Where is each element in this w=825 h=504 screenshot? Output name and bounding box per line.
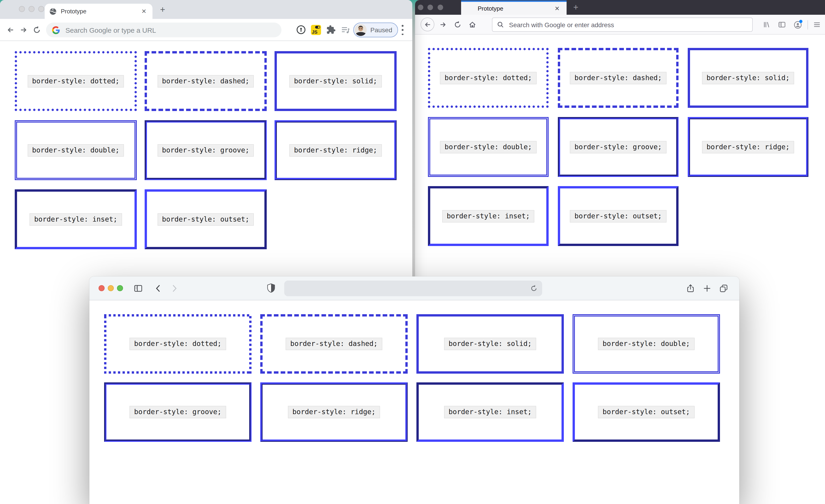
keyhole-extension-icon[interactable] xyxy=(296,25,306,34)
border-style-box-double: border-style: double; xyxy=(428,117,549,177)
forward-icon[interactable] xyxy=(439,21,447,28)
toolbar-separator xyxy=(808,20,808,29)
reload-icon[interactable] xyxy=(454,21,462,28)
border-style-code-label: border-style: ridge; xyxy=(702,141,794,153)
border-style-box-ridge: border-style: ridge; xyxy=(260,382,408,442)
forward-icon[interactable] xyxy=(19,26,28,34)
back-icon[interactable] xyxy=(6,26,15,34)
profile-chip-label: Paused xyxy=(370,26,392,33)
back-icon[interactable] xyxy=(154,284,163,293)
extensions-puzzle-icon[interactable] xyxy=(326,25,336,34)
border-style-code-label: border-style: solid; xyxy=(289,75,382,87)
border-style-code-label: border-style: outset; xyxy=(157,213,254,225)
firefox-tab-strip: Prototype ✕ + xyxy=(415,0,825,15)
border-style-box-outset: border-style: outset; xyxy=(558,186,679,246)
border-style-box-groove: border-style: groove; xyxy=(558,117,679,177)
chrome-address-input[interactable] xyxy=(65,25,276,34)
firefox-active-tab[interactable]: Prototype ✕ xyxy=(461,0,567,15)
share-icon[interactable] xyxy=(686,284,695,293)
library-icon[interactable] xyxy=(763,21,771,28)
avatar xyxy=(355,24,367,36)
border-style-box-inset: border-style: inset; xyxy=(428,186,549,246)
new-tab-plus-icon[interactable] xyxy=(702,284,712,293)
reload-icon[interactable] xyxy=(33,26,41,34)
media-playlist-icon[interactable] xyxy=(341,25,350,34)
desktop: Prototype ✕ + xyxy=(0,0,825,504)
border-style-code-label: border-style: outset; xyxy=(570,210,666,222)
border-style-box-groove: border-style: groove; xyxy=(104,382,251,442)
profile-sync-paused-chip[interactable]: Paused xyxy=(353,22,398,37)
firefox-tab-close-icon[interactable]: ✕ xyxy=(553,4,561,12)
tab-overview-icon[interactable] xyxy=(719,284,728,293)
chrome-tab-title: Prototype xyxy=(61,8,140,15)
border-style-box-ridge: border-style: ridge; xyxy=(275,120,397,180)
firefox-new-tab-button[interactable]: + xyxy=(570,1,582,13)
border-style-box-dashed: border-style: dashed; xyxy=(558,48,679,108)
chrome-active-tab[interactable]: Prototype ✕ xyxy=(45,4,152,19)
border-style-code-label: border-style: groove; xyxy=(157,144,254,156)
border-style-box-solid: border-style: solid; xyxy=(688,48,808,108)
border-style-box-double: border-style: double; xyxy=(15,120,137,180)
sidebar-icon[interactable] xyxy=(778,21,786,28)
chrome-tab-close-icon[interactable]: ✕ xyxy=(140,7,148,15)
border-style-box-dotted: border-style: dotted; xyxy=(428,48,549,108)
chrome-new-tab-button[interactable]: + xyxy=(157,5,168,16)
search-icon xyxy=(497,21,504,28)
border-style-code-label: border-style: groove; xyxy=(570,141,666,153)
chrome-toolbar: JS Paused xyxy=(0,19,412,41)
chrome-traffic-minimize-button[interactable] xyxy=(28,6,34,12)
border-style-box-dashed: border-style: dashed; xyxy=(145,51,267,111)
border-style-box-solid: border-style: solid; xyxy=(275,51,397,111)
border-style-code-label: border-style: solid; xyxy=(444,338,536,350)
border-style-box-ridge: border-style: ridge; xyxy=(688,117,808,177)
border-style-code-label: border-style: ridge; xyxy=(289,144,382,156)
border-style-code-label: border-style: dotted; xyxy=(27,75,124,87)
chrome-address-bar[interactable] xyxy=(46,22,282,37)
border-style-code-label: border-style: dashed; xyxy=(570,72,666,84)
border-style-code-label: border-style: double; xyxy=(440,141,536,153)
border-style-code-label: border-style: dotted; xyxy=(130,338,226,350)
border-style-box-groove: border-style: groove; xyxy=(145,120,267,180)
forward-icon[interactable] xyxy=(169,284,179,293)
border-style-code-label: border-style: ridge; xyxy=(288,406,380,418)
border-style-code-label: border-style: outset; xyxy=(598,406,694,418)
reload-icon[interactable] xyxy=(530,285,538,292)
border-style-box-outset: border-style: outset; xyxy=(573,382,720,442)
globe-favicon-icon xyxy=(49,8,57,15)
account-icon[interactable] xyxy=(794,21,802,28)
sidebar-toggle-icon[interactable] xyxy=(134,284,143,293)
safari-page-content: border-style: dotted;border-style: dashe… xyxy=(89,300,739,504)
firefox-traffic-zoom-button[interactable] xyxy=(438,5,443,10)
safari-traffic-minimize-button[interactable] xyxy=(108,285,114,291)
chrome-traffic-close-button[interactable] xyxy=(19,6,25,12)
border-style-code-label: border-style: double; xyxy=(27,144,124,156)
safari-traffic-zoom-button[interactable] xyxy=(117,285,123,291)
firefox-traffic-close-button[interactable] xyxy=(418,5,423,10)
border-style-box-inset: border-style: inset; xyxy=(15,189,137,249)
chrome-traffic-zoom-button[interactable] xyxy=(38,6,44,12)
border-style-box-dotted: border-style: dotted; xyxy=(104,314,251,374)
safari-address-field[interactable] xyxy=(284,281,542,296)
border-style-box-double: border-style: double; xyxy=(573,314,720,374)
border-style-box-dashed: border-style: dashed; xyxy=(260,314,408,374)
privacy-shield-icon[interactable] xyxy=(267,283,276,293)
hamburger-menu-icon[interactable] xyxy=(813,21,821,28)
border-style-box-solid: border-style: solid; xyxy=(417,314,564,374)
firefox-address-input[interactable] xyxy=(508,20,748,29)
border-style-code-label: border-style: dotted; xyxy=(440,72,536,84)
border-style-code-label: border-style: inset; xyxy=(442,210,534,222)
safari-window: border-style: dotted;border-style: dashe… xyxy=(89,276,739,504)
border-style-box-inset: border-style: inset; xyxy=(417,382,564,442)
safari-toolbar xyxy=(89,276,739,300)
chrome-menu-icon[interactable] xyxy=(402,25,403,35)
js-toggle-extension-icon[interactable]: JS xyxy=(311,25,321,35)
firefox-traffic-minimize-button[interactable] xyxy=(428,5,433,10)
border-style-code-label: border-style: double; xyxy=(598,338,694,350)
back-icon[interactable] xyxy=(424,21,432,28)
firefox-toolbar xyxy=(415,15,825,34)
google-g-icon xyxy=(52,26,60,34)
border-style-code-label: border-style: dashed; xyxy=(286,338,382,350)
home-icon[interactable] xyxy=(468,21,476,28)
safari-traffic-close-button[interactable] xyxy=(98,285,104,291)
firefox-address-bar[interactable] xyxy=(492,17,753,32)
